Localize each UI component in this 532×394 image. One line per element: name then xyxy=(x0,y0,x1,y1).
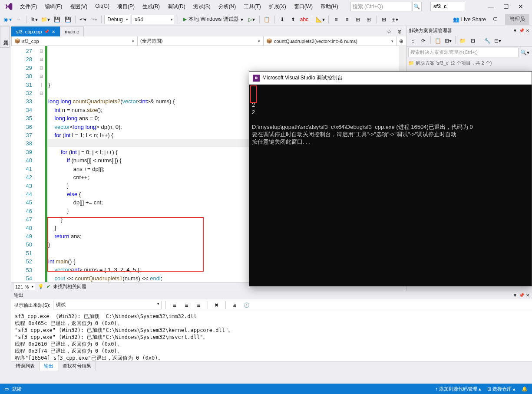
menu-edit[interactable]: 编辑(E) xyxy=(41,1,66,12)
menu-debug[interactable]: 调试(D) xyxy=(164,1,189,12)
tb-icon[interactable]: ⊟ xyxy=(468,36,478,46)
tb-icon-7[interactable]: ≡ xyxy=(342,15,352,24)
split-icon[interactable]: ⊕ xyxy=(397,36,406,46)
console-title-bar[interactable]: ⧉ Microsoft Visual Studio 调试控制台 xyxy=(249,72,532,85)
close-icon[interactable]: ✕ xyxy=(52,30,55,34)
wrench-icon[interactable]: 🔧 xyxy=(482,36,492,46)
tb-icon[interactable]: ≣ xyxy=(170,300,179,310)
menu-tools[interactable]: 工具(T) xyxy=(240,1,264,12)
no-issues-label: 未找到相关问题 xyxy=(53,283,86,290)
menu-extensions[interactable]: 扩展(X) xyxy=(265,1,290,12)
maximize-button[interactable]: ☐ xyxy=(502,2,510,11)
menu-help[interactable]: 帮助(H) xyxy=(317,1,342,12)
tb-icon[interactable]: ⊞ xyxy=(230,300,239,310)
run-button[interactable]: ▶本地 Windows 调试器 ▾ xyxy=(181,15,245,24)
tab-sf3-cpp[interactable]: sf3_cpp.cpp 📌 ✕ xyxy=(11,26,60,36)
search-input[interactable]: 搜索 (Ctrl+Q) xyxy=(350,2,411,11)
panel-search-input[interactable]: 搜索解决方案资源管理器(Ctrl+;) xyxy=(408,48,519,57)
live-share-button[interactable]: 👥 Live Share xyxy=(449,16,489,23)
save-all-button[interactable]: 💾 xyxy=(63,15,73,24)
tb-icon-6[interactable]: ≡ xyxy=(331,15,341,24)
clear-icon[interactable]: ✖ xyxy=(212,300,221,310)
dropdown-icon[interactable]: ▼ xyxy=(513,28,517,33)
tb-icon-8[interactable]: ⊞ xyxy=(353,15,363,24)
tb-icon-10[interactable]: ⊞ xyxy=(379,15,389,24)
tb-icon[interactable]: 📋 xyxy=(433,36,443,46)
admin-button[interactable]: 管理员 xyxy=(505,14,529,25)
menu-build[interactable]: 生成(B) xyxy=(139,1,163,12)
tb-icon[interactable]: ⊞▾ xyxy=(443,36,453,46)
tb-icon-4[interactable]: abc xyxy=(299,15,309,24)
git-button[interactable]: ↑ 添加到源代码管理 ▴ xyxy=(435,386,481,392)
home-icon[interactable]: ⌂ xyxy=(408,36,418,46)
tb-icon-2[interactable]: ⬇ xyxy=(278,15,287,24)
config-combo[interactable]: Debug xyxy=(104,15,130,24)
close-icon[interactable]: ✕ xyxy=(526,293,529,298)
search-options-icon[interactable]: 🔍▾ xyxy=(519,48,530,57)
minimize-button[interactable]: — xyxy=(487,2,496,11)
run-no-debug-button[interactable]: ▷▾ xyxy=(247,15,257,24)
dropdown-icon[interactable]: ⊕ xyxy=(395,27,404,36)
output-source-combo[interactable]: 调试 xyxy=(53,301,162,309)
zoom-combo[interactable]: 121 % xyxy=(13,283,35,290)
menu-file[interactable]: 文件(F) xyxy=(17,1,40,12)
dropdown-icon[interactable]: ▼ xyxy=(513,293,517,298)
feedback-button[interactable]: 🗨 xyxy=(491,15,500,24)
status-icon: ▭ xyxy=(4,386,9,392)
menu-view[interactable]: 视图(V) xyxy=(66,1,91,12)
toolbox-tab[interactable]: 工具箱 xyxy=(0,26,10,48)
search-button[interactable]: 🔍 xyxy=(412,2,422,11)
tb-icon-1[interactable]: 📋 xyxy=(262,15,272,24)
repo-button[interactable]: ⊞ 选择仓库 ▴ xyxy=(487,386,515,392)
fold-gutter[interactable]: ⊟ ⊟ ⊟⊟ | ⊟ xyxy=(37,46,45,282)
tb-icon-3[interactable]: ⬆ xyxy=(288,15,298,24)
menu-analyze[interactable]: 分析(N) xyxy=(215,1,240,12)
clock-icon[interactable]: 🕐 xyxy=(242,300,251,310)
output-text[interactable]: sf3_cpp.exe (Win32): 已加载 C:\Windows\Syst… xyxy=(11,311,532,361)
tab-find-symbol[interactable]: 查找符号结果 xyxy=(58,361,96,371)
redo-button[interactable]: ↷▾ xyxy=(89,15,99,24)
undo-button[interactable]: ↶▾ xyxy=(78,15,88,24)
tb-icon[interactable]: 📁 xyxy=(458,36,467,46)
tb-icon-11[interactable]: ⊞▾ xyxy=(390,15,400,24)
close-button[interactable]: ✕ xyxy=(516,2,525,11)
notification-icon[interactable]: 🔔 xyxy=(522,386,528,392)
output-title: 输出 xyxy=(14,292,23,299)
tb-icon-9[interactable]: ⊞ xyxy=(364,15,373,24)
menu-project[interactable]: 项目(P) xyxy=(114,1,138,12)
pin-icon[interactable]: 📌 xyxy=(519,28,524,33)
open-button[interactable]: 📁▾ xyxy=(40,15,51,24)
sync-icon[interactable]: ⟳ xyxy=(419,36,428,46)
forward-button[interactable]: → xyxy=(14,15,23,24)
run-label: 本地 Windows 调试器 xyxy=(188,16,238,23)
solution-tree[interactable]: 📁 解决方案 'sf3_c' (2 个项目，共 2 个) xyxy=(406,58,532,68)
menu-test[interactable]: 测试(S) xyxy=(190,1,214,12)
new-project-button[interactable]: 🗎▾ xyxy=(29,15,39,24)
tab-output[interactable]: 输出 xyxy=(40,361,58,371)
pin-icon[interactable]: 📌 xyxy=(44,30,49,34)
bulb-icon[interactable]: 💡 xyxy=(38,284,44,289)
nav-member[interactable]: 📦 countQuadruplets2(vector<int>& nums) xyxy=(263,36,397,46)
output-header: 输出 ▼ 📌 ✕ xyxy=(11,291,532,299)
tab-main-c[interactable]: main.c xyxy=(60,26,83,36)
save-button[interactable]: 💾 xyxy=(52,15,62,24)
platform-combo[interactable]: x64 xyxy=(132,15,175,24)
tb-icon[interactable]: ≣ xyxy=(194,300,204,310)
nav-scope[interactable]: (全局范围) xyxy=(137,36,263,46)
nav-project[interactable]: 📦 sf3_cpp xyxy=(11,36,137,46)
pin-icon[interactable]: 📌 xyxy=(519,293,524,298)
menu-window[interactable]: 窗口(W) xyxy=(291,1,316,12)
tb-icon-5[interactable]: 📐▾ xyxy=(315,15,326,24)
panel-header-icons: ▼ 📌 ✕ xyxy=(513,28,529,33)
close-icon[interactable]: ✕ xyxy=(526,28,529,33)
preview-icon[interactable]: ☆ xyxy=(384,27,394,36)
console-line: 2 xyxy=(252,109,255,115)
vs-logo-icon xyxy=(4,2,13,11)
tb-icon[interactable]: ≣ xyxy=(182,300,192,310)
tab-error-list[interactable]: 错误列表 xyxy=(11,361,40,371)
back-button[interactable]: ◉ ▾ xyxy=(3,15,13,24)
menu-git[interactable]: Git(G) xyxy=(92,1,113,12)
console-body[interactable]: 2 2 D:\mysetup\gopath\src\dsy\sf3_c\x64\… xyxy=(249,85,532,154)
tb-icon[interactable]: ⊟▾ xyxy=(493,36,502,46)
ok-icon: ✔ xyxy=(46,284,50,289)
